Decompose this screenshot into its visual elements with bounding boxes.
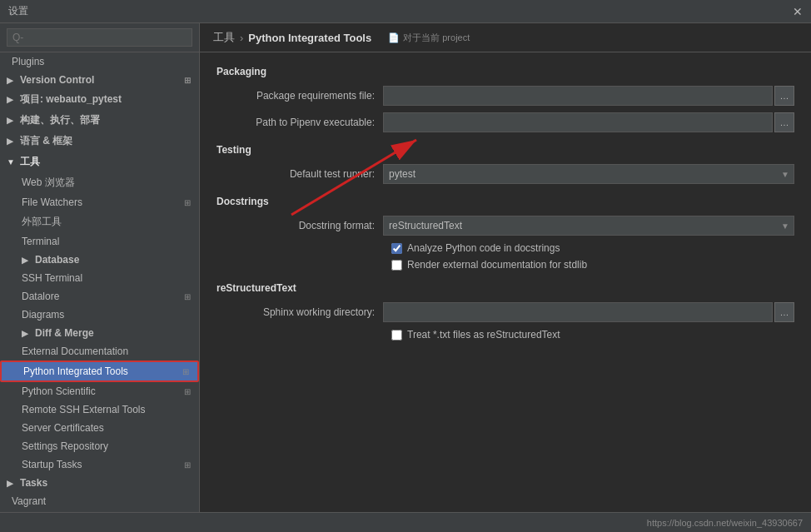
build-label: 构建、执行、部署 (20, 113, 100, 127)
field-row-sphinx: Sphinx working directory: … (216, 302, 794, 322)
arrow-icon: ▶ (7, 479, 17, 488)
sidebar-item-server-certificates[interactable]: Server Certificates (0, 419, 199, 437)
sidebar-item-build[interactable]: ▶ 构建、执行、部署 (0, 110, 199, 131)
tools-label: 工具 (20, 155, 40, 169)
sidebar-item-file-watchers[interactable]: File Watchers ⊞ (0, 193, 199, 211)
sidebar-item-version-control[interactable]: ▶ Version Control ⊞ (0, 71, 199, 89)
analyze-docstrings-label: Analyze Python code in docstrings (407, 242, 560, 254)
tasks-label: Tasks (20, 477, 47, 489)
sidebar-item-diagrams[interactable]: Diagrams (0, 306, 199, 324)
breadcrumb-separator: › (240, 32, 243, 44)
project-label: 项目: webauto_pytest (20, 92, 122, 107)
sidebar-item-vagrant[interactable]: Vagrant (0, 492, 199, 510)
field-row-package-requirements: Package requirements file: … (216, 86, 794, 106)
docstring-format-select-wrapper: reStructuredText Epytext Google NumPy ▼ (383, 216, 794, 236)
sidebar-item-terminal[interactable]: Terminal (0, 232, 199, 251)
sidebar-item-startup-tasks[interactable]: Startup Tasks ⊞ (0, 455, 199, 474)
version-control-label: Version Control (20, 74, 94, 86)
render-stdlib-checkbox[interactable] (391, 260, 402, 271)
sidebar-item-python-integrated-tools[interactable]: Python Integrated Tools ⊞ (0, 360, 199, 382)
arrow-icon: ▶ (22, 329, 32, 338)
test-runner-label: Default test runner: (216, 168, 383, 180)
web-browser-label: Web 浏览器 (22, 176, 75, 190)
treat-txt-checkbox[interactable] (391, 330, 402, 341)
diagrams-label: Diagrams (22, 309, 64, 321)
external-docs-label: External Documentation (22, 346, 128, 357)
file-watchers-label: File Watchers (22, 196, 82, 208)
breadcrumb-current: Python Integrated Tools (248, 32, 371, 44)
content: 工具 › Python Integrated Tools 📄 对于当前 proj… (200, 23, 811, 512)
sphinx-browse[interactable]: … (774, 302, 794, 322)
package-requirements-label: Package requirements file: (216, 90, 383, 102)
python-integrated-tools-label: Python Integrated Tools (23, 365, 128, 377)
arrow-icon: ▶ (7, 137, 17, 146)
treat-txt-label: Treat *.txt files as reStructuredText (407, 329, 560, 341)
search-box (0, 23, 199, 52)
terminal-label: Terminal (22, 236, 59, 247)
external-tools-label: 外部工具 (22, 215, 62, 229)
sidebar-item-remote-ssh[interactable]: Remote SSH External Tools (0, 400, 199, 419)
server-certificates-label: Server Certificates (22, 422, 104, 434)
docstring-format-label: Docstring format: (216, 220, 383, 231)
sidebar-item-external-documentation[interactable]: External Documentation (0, 342, 199, 360)
breadcrumb: 工具 › Python Integrated Tools (213, 30, 371, 45)
checkbox-row-analyze: Analyze Python code in docstrings (391, 242, 794, 254)
project-badge-icon: 📄 (388, 32, 400, 43)
search-input[interactable] (7, 28, 192, 47)
sidebar-item-datalore[interactable]: Datalore ⊞ (0, 287, 199, 306)
sidebar-item-lang[interactable]: ▶ 语言 & 框架 (0, 131, 199, 152)
sidebar-item-database[interactable]: ▶ Database (0, 251, 199, 269)
test-runner-select-wrapper: pytest Unittests Twisted Trial Google te… (383, 164, 794, 184)
sphinx-input[interactable] (383, 302, 773, 322)
checkbox-row-render: Render external documentation for stdlib (391, 259, 794, 271)
arrow-icon: ▶ (7, 116, 17, 125)
sidebar-item-project[interactable]: ▶ 项目: webauto_pytest (0, 89, 199, 110)
main-layout: Plugins ▶ Version Control ⊞ ▶ 项目: webaut… (0, 23, 811, 512)
field-row-pipenv: Path to Pipenv executable: … (216, 112, 794, 132)
project-badge-text: 对于当前 project (403, 32, 470, 44)
database-label: Database (35, 254, 79, 266)
sidebar-item-python-scientific[interactable]: Python Scientific ⊞ (0, 382, 199, 400)
section-docstrings: Docstrings (216, 196, 794, 207)
close-button[interactable]: ✕ (793, 5, 803, 18)
content-header: 工具 › Python Integrated Tools 📄 对于当前 proj… (200, 23, 811, 52)
sphinx-label: Sphinx working directory: (216, 306, 383, 318)
pipenv-input[interactable] (383, 112, 773, 132)
analyze-docstrings-checkbox[interactable] (391, 243, 402, 254)
package-requirements-input[interactable] (383, 86, 773, 106)
remote-ssh-label: Remote SSH External Tools (22, 404, 146, 415)
sidebar-item-settings-repository[interactable]: Settings Repository (0, 437, 199, 455)
title-bar-text: 设置 (8, 4, 28, 18)
sync-icon: ⊞ (184, 198, 191, 207)
sidebar-item-plugins[interactable]: Plugins (0, 52, 199, 71)
sidebar-item-external-tools[interactable]: 外部工具 (0, 211, 199, 232)
checkbox-row-txt: Treat *.txt files as reStructuredText (391, 329, 794, 341)
python-scientific-label: Python Scientific (22, 385, 96, 397)
lang-label: 语言 & 框架 (20, 134, 72, 148)
content-wrapper: 工具 › Python Integrated Tools 📄 对于当前 proj… (200, 23, 811, 512)
render-stdlib-label: Render external documentation for stdlib (407, 259, 587, 271)
plugins-label: Plugins (12, 56, 44, 67)
sidebar-item-ssh-terminal[interactable]: SSH Terminal (0, 269, 199, 287)
bottom-url: https://blog.csdn.net/weixin_43930667 (647, 518, 803, 528)
sidebar-item-tools[interactable]: ▼ 工具 (0, 152, 199, 172)
sidebar-item-diff-merge[interactable]: ▶ Diff & Merge (0, 324, 199, 342)
sync-icon: ⊞ (184, 76, 191, 85)
title-bar: 设置 ✕ (0, 0, 811, 23)
content-body: Packaging Package requirements file: … P… (200, 52, 811, 512)
sidebar-item-web-browser[interactable]: Web 浏览器 (0, 172, 199, 193)
sync-icon: ⊞ (184, 460, 191, 470)
package-requirements-browse[interactable]: … (774, 86, 794, 106)
sync-icon: ⊞ (184, 387, 191, 396)
vagrant-label: Vagrant (12, 495, 46, 507)
sync-icon: ⊞ (182, 367, 189, 376)
datalore-label: Datalore (22, 291, 59, 302)
test-runner-select[interactable]: pytest Unittests Twisted Trial Google te… (383, 164, 794, 184)
section-testing: Testing (216, 144, 794, 156)
arrow-icon: ▶ (22, 256, 32, 265)
pipenv-browse[interactable]: … (774, 112, 794, 132)
docstring-format-select[interactable]: reStructuredText Epytext Google NumPy (383, 216, 794, 236)
sidebar-item-tasks[interactable]: ▶ Tasks (0, 474, 199, 492)
startup-tasks-label: Startup Tasks (22, 459, 82, 470)
sync-icon: ⊞ (184, 292, 191, 301)
